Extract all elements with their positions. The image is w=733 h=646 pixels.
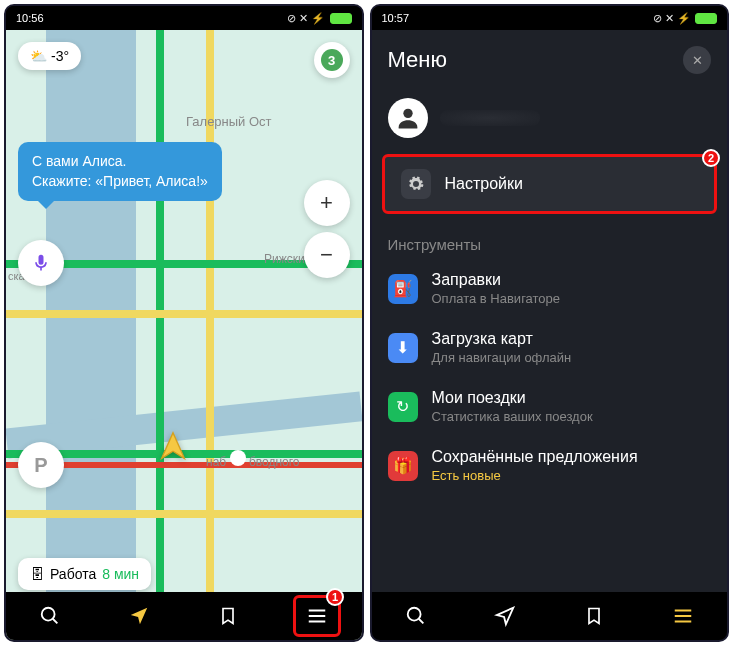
map-canvas[interactable]: Галерный Ост Рижский наб бводного ская у… xyxy=(6,30,362,640)
menu-button[interactable] xyxy=(659,595,707,637)
bottom-nav: 1 xyxy=(6,592,362,640)
voice-button[interactable] xyxy=(18,240,64,286)
status-icons: ⊘ ✕ ⚡ xyxy=(653,12,717,25)
search-button[interactable] xyxy=(392,595,440,637)
navigate-button[interactable] xyxy=(115,595,163,637)
fuel-item[interactable]: ⛽ Заправки Оплата в Навигаторе xyxy=(372,259,728,318)
svg-point-2 xyxy=(403,109,412,118)
search-button[interactable] xyxy=(26,595,74,637)
section-header-tools: Инструменты xyxy=(372,224,728,259)
bookmarks-button[interactable] xyxy=(570,595,618,637)
parking-button[interactable]: P xyxy=(18,442,64,488)
fuel-icon: ⛽ xyxy=(388,274,418,304)
gear-icon xyxy=(401,169,431,199)
menu-title: Меню xyxy=(388,47,684,73)
status-time: 10:57 xyxy=(382,12,653,24)
download-maps-item[interactable]: ⬇ Загрузка карт Для навигации офлайн xyxy=(372,318,728,377)
zoom-out-button[interactable]: − xyxy=(304,232,350,278)
svg-line-1 xyxy=(53,619,58,624)
trips-icon: ↻ xyxy=(388,392,418,422)
traffic-level: 3 xyxy=(321,49,343,71)
svg-point-3 xyxy=(408,608,421,621)
avatar xyxy=(388,98,428,138)
menu-panel: Меню ✕ Настройки 2 Инструменты ⛽ xyxy=(372,30,728,640)
settings-label: Настройки xyxy=(445,175,699,193)
callout-marker-1: 1 xyxy=(326,588,344,606)
weather-chip[interactable]: ⛅ -3° xyxy=(18,42,81,70)
profile-row[interactable] xyxy=(372,90,728,154)
bookmarks-button[interactable] xyxy=(204,595,252,637)
menu-header: Меню ✕ xyxy=(372,30,728,90)
bottom-nav xyxy=(372,592,728,640)
status-icons: ⊘ ✕ ⚡ xyxy=(287,12,351,25)
zoom-in-button[interactable]: + xyxy=(304,180,350,226)
svg-point-0 xyxy=(42,608,55,621)
navigate-button[interactable] xyxy=(481,595,529,637)
briefcase-icon: 🗄 xyxy=(30,566,44,582)
work-route-chip[interactable]: 🗄 Работа 8 мин xyxy=(18,558,151,590)
weather-icon: ⛅ xyxy=(30,48,47,64)
svg-line-4 xyxy=(419,619,424,624)
gift-icon: 🎁 xyxy=(388,451,418,481)
download-icon: ⬇ xyxy=(388,333,418,363)
trips-item[interactable]: ↻ Мои поездки Статистика ваших поездок xyxy=(372,377,728,436)
close-button[interactable]: ✕ xyxy=(683,46,711,74)
offers-item[interactable]: 🎁 Сохранённые предложения Есть новые xyxy=(372,436,728,495)
status-bar: 10:56 ⊘ ✕ ⚡ xyxy=(6,6,362,30)
area-label: Галерный Ост xyxy=(186,114,272,129)
menu-button[interactable]: 1 xyxy=(293,595,341,637)
alisa-bubble[interactable]: С вами Алиса. Скажите: «Привет, Алиса!» xyxy=(18,142,222,201)
close-icon: ✕ xyxy=(692,53,703,68)
phone-left-map: 10:56 ⊘ ✕ ⚡ Галерный Ост Рижский наб бво… xyxy=(4,4,364,642)
status-time: 10:56 xyxy=(16,12,287,24)
settings-item[interactable]: Настройки 2 xyxy=(382,154,718,214)
area-label: наб бводного xyxy=(206,450,300,469)
weather-temp: -3° xyxy=(51,48,69,64)
callout-marker-2: 2 xyxy=(702,149,720,167)
phone-right-menu: 10:57 ⊘ ✕ ⚡ Меню ✕ Настройки 2 xyxy=(370,4,730,642)
status-bar: 10:57 ⊘ ✕ ⚡ xyxy=(372,6,728,30)
profile-name-redacted xyxy=(440,110,540,126)
location-cursor-icon xyxy=(156,430,190,464)
traffic-chip[interactable]: 3 xyxy=(314,42,350,78)
